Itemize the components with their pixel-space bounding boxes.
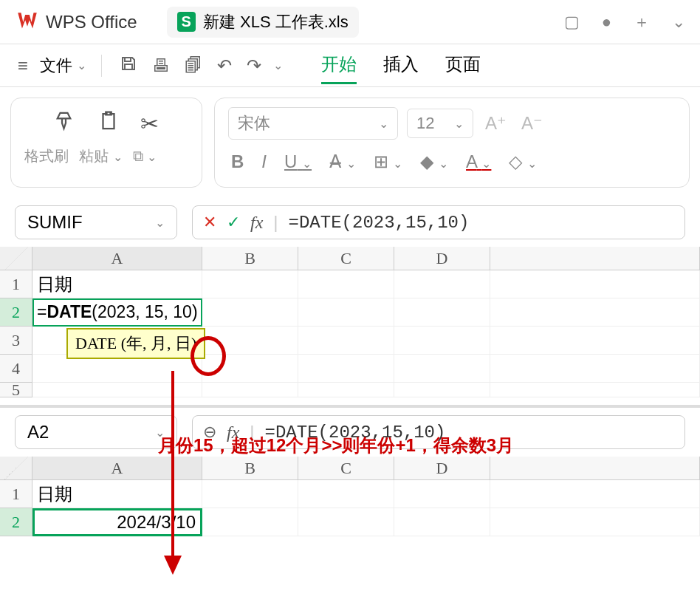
document-tab-label: 新建 XLS 工作表.xls bbox=[203, 11, 349, 33]
confirm-formula-icon[interactable]: ✓ bbox=[227, 213, 240, 232]
cell-D2[interactable] bbox=[394, 298, 490, 327]
formula-input-1[interactable]: ✕ ✓ fx | =DATE(2023,15,10) bbox=[192, 205, 685, 239]
app-name: WPS Office bbox=[46, 12, 137, 33]
file-menu[interactable]: 文件⌄ bbox=[40, 55, 86, 77]
add-tab-button[interactable]: ＋ bbox=[634, 11, 650, 33]
title-bar: WPS Office S 新建 XLS 工作表.xls ▢ ● ＋ ⌄ bbox=[0, 0, 700, 44]
svg-marker-1 bbox=[164, 556, 182, 575]
cell-A1b[interactable]: 日期 bbox=[32, 480, 202, 508]
row-header-1b[interactable]: 1 bbox=[0, 480, 32, 508]
underline-button[interactable]: U ⌄ bbox=[284, 151, 312, 172]
col-header-A-2[interactable]: A bbox=[32, 457, 202, 480]
row-header-4[interactable]: 4 bbox=[0, 355, 32, 383]
cut-icon[interactable]: ✂ bbox=[140, 111, 159, 137]
tab-page[interactable]: 页面 bbox=[445, 47, 481, 84]
col-header-B-2[interactable]: B bbox=[202, 457, 298, 480]
tab-insert[interactable]: 插入 bbox=[383, 47, 419, 84]
col-header-rest[interactable] bbox=[490, 247, 700, 270]
paste-label[interactable]: 粘贴 ⌄ bbox=[79, 146, 123, 166]
name-box-2[interactable]: A2⌄ bbox=[15, 415, 177, 449]
font-color-button[interactable]: A ⌄ bbox=[466, 151, 491, 172]
increase-font-icon[interactable]: A⁺ bbox=[482, 113, 509, 134]
cell-B1[interactable] bbox=[202, 270, 298, 298]
ribbon: ✂ 格式刷 粘贴 ⌄ ⧉ ⌄ 宋体⌄ 12⌄ A⁺ A⁻ B I U ⌄ A̶ … bbox=[0, 87, 700, 198]
sheet-icon: S bbox=[177, 12, 196, 32]
tab-start[interactable]: 开始 bbox=[321, 47, 357, 84]
bold-button[interactable]: B bbox=[231, 151, 244, 172]
fx-icon[interactable]: fx bbox=[250, 213, 263, 233]
decrease-font-icon[interactable]: A⁻ bbox=[518, 113, 546, 134]
document-tab[interactable]: S 新建 XLS 工作表.xls bbox=[167, 7, 359, 38]
cell-C2[interactable] bbox=[298, 298, 394, 327]
annotation-text: 月份15，超过12个月>>则年份+1，得余数3月 bbox=[158, 434, 514, 457]
formula-bar-1: SUMIF⌄ ✕ ✓ fx | =DATE(2023,15,10) bbox=[0, 198, 700, 247]
annotation-circle bbox=[191, 336, 226, 376]
cell-B2[interactable] bbox=[202, 298, 298, 327]
font-group: 宋体⌄ 12⌄ A⁺ A⁻ B I U ⌄ A̶ ⌄ ⊞ ⌄ ◆ ⌄ A ⌄ ◇… bbox=[214, 98, 690, 188]
paste-icon[interactable] bbox=[97, 110, 120, 137]
more-icon[interactable]: ⌄ bbox=[672, 13, 685, 32]
clipboard-group: ✂ 格式刷 粘贴 ⌄ ⧉ ⌄ bbox=[10, 98, 202, 188]
undo-icon[interactable]: ↶ bbox=[214, 52, 235, 79]
row-header-5[interactable]: 5 bbox=[0, 383, 32, 397]
cancel-formula-icon[interactable]: ✕ bbox=[203, 213, 216, 232]
row-header-1[interactable]: 1 bbox=[0, 270, 32, 298]
row-header-2b[interactable]: 2 bbox=[0, 508, 32, 536]
window-layout-icon[interactable]: ▢ bbox=[564, 13, 580, 32]
select-all-corner-2[interactable] bbox=[0, 457, 32, 480]
brush-icon[interactable] bbox=[55, 110, 77, 137]
grid-2: A B C D 1 日期 2 2024/3/10 bbox=[0, 457, 700, 536]
print-preview-icon[interactable]: 🗐 bbox=[182, 52, 205, 79]
col-header-D[interactable]: D bbox=[394, 247, 490, 270]
border-button[interactable]: ⊞ ⌄ bbox=[374, 151, 403, 172]
function-tooltip: DATE (年, 月, 日) bbox=[66, 328, 205, 359]
font-name-select[interactable]: 宋体⌄ bbox=[228, 107, 398, 140]
col-header-C-2[interactable]: C bbox=[298, 457, 394, 480]
font-size-select[interactable]: 12⌄ bbox=[407, 109, 473, 138]
cell-A2-editing[interactable]: =DATE(2023, 15, 10) bbox=[32, 298, 202, 327]
eraser-button[interactable]: ◇ ⌄ bbox=[509, 151, 537, 172]
font-style-button[interactable]: A̶ ⌄ bbox=[329, 151, 356, 172]
italic-button[interactable]: I bbox=[261, 151, 267, 172]
row-header-2[interactable]: 2 bbox=[0, 298, 32, 327]
menu-icon[interactable]: ≡ bbox=[15, 52, 31, 79]
wps-logo-icon bbox=[15, 10, 40, 35]
cell-A2b[interactable]: 2024/3/10 bbox=[32, 508, 202, 536]
save-icon[interactable] bbox=[117, 52, 140, 80]
fill-color-button[interactable]: ◆ ⌄ bbox=[420, 151, 448, 172]
select-all-corner[interactable] bbox=[0, 247, 32, 270]
menu-bar: ≡ 文件⌄ 🖶 🗐 ↶ ↷ ⌄ 开始 插入 页面 bbox=[0, 44, 700, 87]
more-quick-icon[interactable]: ⌄ bbox=[273, 58, 283, 72]
cell-A1[interactable]: 日期 bbox=[32, 270, 202, 298]
redo-icon[interactable]: ↷ bbox=[244, 52, 264, 79]
col-header-B[interactable]: B bbox=[202, 247, 298, 270]
name-box-1[interactable]: SUMIF⌄ bbox=[15, 205, 177, 239]
dot-icon[interactable]: ● bbox=[602, 13, 611, 32]
cell-D1[interactable] bbox=[394, 270, 490, 298]
brush-label[interactable]: 格式刷 bbox=[24, 146, 69, 166]
col-header-D-2[interactable]: D bbox=[394, 457, 490, 480]
row-header-3[interactable]: 3 bbox=[0, 327, 32, 355]
cell-C1[interactable] bbox=[298, 270, 394, 298]
print-icon[interactable]: 🖶 bbox=[149, 52, 173, 79]
col-header-C[interactable]: C bbox=[298, 247, 394, 270]
col-header-A[interactable]: A bbox=[32, 247, 202, 270]
copy-icon[interactable]: ⧉ ⌄ bbox=[133, 148, 157, 165]
grid-1: A B C D 1 日期 2 =DATE(2023, 15, 10) bbox=[0, 247, 700, 402]
formula-text-1[interactable]: =DATE(2023,15,10) bbox=[289, 213, 470, 233]
